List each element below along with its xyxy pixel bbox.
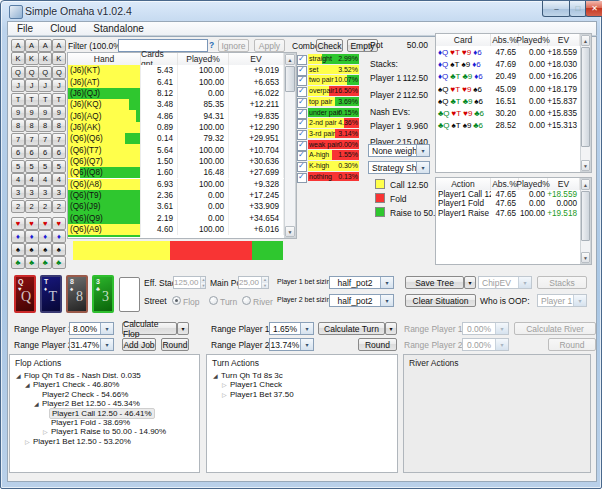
hearts-suit-button-4[interactable]: ♥ <box>52 217 66 230</box>
spades-suit-button-4[interactable]: ♠ <box>52 243 66 256</box>
round-flop-button[interactable]: Round <box>161 338 189 351</box>
rank-button-8-3[interactable]: 8 <box>38 119 52 132</box>
rank-button-k-2[interactable]: K <box>25 52 39 65</box>
rank-button-7-2[interactable]: 7 <box>25 133 39 146</box>
apply-button[interactable]: Apply <box>254 39 285 52</box>
card-table-row[interactable]: ♣Q♠T♠9♣628.520.00+15.313 <box>436 120 580 132</box>
card-table-row[interactable]: ♦Q♥T♥9♦647.650.00+18.559 <box>436 46 580 58</box>
eff-stack-spinner[interactable]: 125,00 ▲▼ <box>173 276 206 289</box>
rank-button-j-2[interactable]: J <box>25 79 39 92</box>
clubs-suit-button-1[interactable]: ♣ <box>11 256 25 269</box>
hand-table-row[interactable]: (J6)(QJ)8.120.00+6.022 <box>68 88 284 99</box>
rank-button-2-1[interactable]: 2 <box>11 200 25 213</box>
combo-bar-10[interactable]: K-high0.30% <box>308 161 359 171</box>
rank-button-3-1[interactable]: 3 <box>11 186 25 199</box>
rank-button-7-3[interactable]: 7 <box>38 133 52 146</box>
action-table-row[interactable]: Player1 Call 12.5047.650.00+18.559 <box>436 190 580 199</box>
spinner-down-icon[interactable]: ▼ <box>262 283 268 289</box>
rank-button-a-4[interactable]: A <box>52 39 66 52</box>
card-table-row[interactable]: ♠Q♥T♥9♠645.090.00+18.179 <box>436 83 580 95</box>
chipev-dropdown[interactable]: ChipEV ▾ <box>478 276 532 289</box>
rank-button-k-1[interactable]: K <box>11 52 25 65</box>
combo-checkbox-0[interactable] <box>297 55 307 65</box>
action-header-3[interactable]: EV <box>548 178 580 190</box>
hand-table-row[interactable]: (J6)(KQ)3.4885.35+12.211 <box>68 99 284 110</box>
tree-collapsed-icon[interactable]: ▷ <box>222 391 230 398</box>
hand-table-row[interactable]: (Q6)(J9)3.610.00+33.909 <box>68 201 284 212</box>
range-player1-turn-dropdown[interactable]: 1.65% ▾ <box>269 322 314 335</box>
rank-button-6-3[interactable]: 6 <box>38 146 52 159</box>
rank-button-8-1[interactable]: 8 <box>11 119 25 132</box>
tree-node[interactable]: Player1 Fold - 38.69% <box>43 418 130 427</box>
oop-dropdown[interactable]: Player 1 ▾ <box>537 294 587 307</box>
hand-table-row[interactable]: (J6)(AT)6.41100.00+6.653 <box>68 76 284 87</box>
tree-node[interactable]: ◢Flop Qh Td 8s - Nash Dist. 0.035 <box>16 371 141 380</box>
combo-bar-3[interactable]: overpair16.50% <box>308 86 359 96</box>
combo-bar-6[interactable]: 2-nd pair4.36% <box>308 118 359 128</box>
rank-button-a-3[interactable]: A <box>38 39 52 52</box>
combo-checkbox-8[interactable] <box>297 141 307 151</box>
rank-button-4-3[interactable]: 4 <box>38 173 52 186</box>
rank-button-t-1[interactable]: T <box>11 93 25 106</box>
strategy-dropdown[interactable]: Strategy Show ▾ <box>368 161 430 174</box>
save-tree-button[interactable]: Save Tree <box>405 276 464 289</box>
action-header-2[interactable]: Played% <box>519 178 548 190</box>
tree-expanded-icon[interactable]: ◢ <box>25 381 33 388</box>
card-table-row[interactable]: ♠Q♣T♣9♠616.510.00+15.837 <box>436 95 580 107</box>
rank-button-q-4[interactable]: Q <box>52 66 66 79</box>
board-card-3c[interactable]: 3♣3 <box>92 275 114 313</box>
clubs-suit-button-4[interactable]: ♣ <box>52 256 66 269</box>
rank-button-a-1[interactable]: A <box>11 39 25 52</box>
tree-expanded-icon[interactable]: ◢ <box>34 400 42 407</box>
combo-bar-8[interactable]: weak pair0.00% <box>308 140 359 150</box>
calculate-flop-button[interactable]: Calculate Flop <box>122 322 177 335</box>
rank-button-2-4[interactable]: 2 <box>52 200 66 213</box>
spades-suit-button-3[interactable]: ♠ <box>38 243 52 256</box>
hand-table-row[interactable]: (Q6)(Q6)0.1479.32+29.951 <box>68 133 284 144</box>
tree-node[interactable]: Player2 Check - 54.66% <box>34 390 128 399</box>
rank-button-6-2[interactable]: 6 <box>25 146 39 159</box>
tree-node[interactable]: ◢Turn Qh Td 8s 3c <box>213 371 283 380</box>
hand-header-1[interactable]: Cards qnt. <box>141 53 178 65</box>
range-player1-flop-dropdown[interactable]: 8.00% ▾ <box>69 322 114 335</box>
diamonds-suit-button-2[interactable]: ♦ <box>25 230 39 243</box>
hand-table-scrollbar[interactable]: ▲ ▼ <box>284 53 296 238</box>
scroll-down-icon[interactable]: ▼ <box>581 160 590 171</box>
scroll-down-icon[interactable]: ▼ <box>581 252 590 263</box>
combo-bar-4[interactable]: top pair3.69% <box>308 97 359 107</box>
rank-button-8-4[interactable]: 8 <box>52 119 66 132</box>
calculate-river-button[interactable]: Calculate River <box>514 322 596 335</box>
action-table-row[interactable]: Player1 Fold47.650.000.000 <box>436 199 580 208</box>
combo-checkbox-5[interactable] <box>297 109 307 119</box>
rank-button-7-4[interactable]: 7 <box>52 133 66 146</box>
spades-suit-button-2[interactable]: ♠ <box>25 243 39 256</box>
scroll-down-icon[interactable]: ▼ <box>285 226 295 237</box>
scroll-up-icon[interactable]: ▲ <box>581 179 590 190</box>
diamonds-suit-button-3[interactable]: ♦ <box>38 230 52 243</box>
action-table-row[interactable]: Player1 Raise to ...47.65100.00+19.518 <box>436 209 580 218</box>
street-radio-river[interactable] <box>242 296 251 305</box>
close-button[interactable]: ✕ <box>585 1 602 17</box>
hand-table-row[interactable]: (Q6)(T9)2.360.00+17.245 <box>68 190 284 201</box>
round-turn-button[interactable]: Round <box>358 338 397 351</box>
combo-checkbox-1[interactable] <box>297 66 307 76</box>
combo-bar-11[interactable]: nothing0.13% <box>308 172 359 182</box>
calculate-flop-menu-arrow[interactable]: ▾ <box>177 322 189 335</box>
tree-node[interactable]: ◢Player2 Bet 12.50 - 45.34% <box>34 399 140 408</box>
menu-item-file[interactable]: File <box>17 23 33 34</box>
rank-button-k-4[interactable]: K <box>52 52 66 65</box>
hand-table-row[interactable]: (Q6)(Q8)1.6016.48+27.699 <box>68 167 284 178</box>
tree-node[interactable]: ▷Player1 Bet 12.50 - 53.20% <box>25 437 131 446</box>
add-job-button[interactable]: Add Job <box>122 338 156 351</box>
filter-help-icon[interactable]: ? <box>209 40 214 50</box>
diamonds-suit-button-4[interactable]: ♦ <box>52 230 66 243</box>
range-player2-river-dropdown[interactable]: 0.00% ▾ <box>462 338 509 351</box>
card-table-row[interactable]: ♣Q♥T♥9♣630.200.00+15.835 <box>436 108 580 120</box>
action-table-scrollbar[interactable]: ▲ ▼ <box>580 178 591 264</box>
rank-button-2-2[interactable]: 2 <box>25 200 39 213</box>
empty-card-slot[interactable] <box>119 277 140 312</box>
rank-button-9-2[interactable]: 9 <box>25 106 39 119</box>
combo-checkbox-9[interactable] <box>297 151 307 161</box>
tree-collapsed-icon[interactable]: ▷ <box>222 381 230 388</box>
save-tree-menu-arrow[interactable]: ▾ <box>464 276 476 289</box>
